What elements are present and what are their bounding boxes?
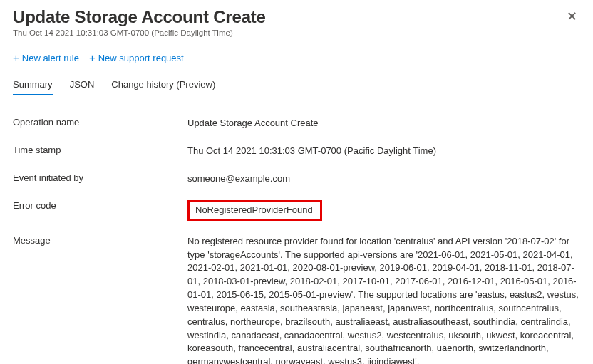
- message-label: Message: [13, 235, 187, 246]
- tab-change-history[interactable]: Change history (Preview): [111, 79, 215, 95]
- page-timestamp: Thu Oct 14 2021 10:31:03 GMT-0700 (Pacif…: [13, 28, 266, 37]
- error-code-label: Error code: [13, 200, 187, 211]
- plus-icon: +: [89, 52, 96, 63]
- operation-name-label: Operation name: [13, 117, 187, 128]
- event-initiated-by-value: someone@example.com: [187, 172, 580, 186]
- message-value: No registered resource provider found fo…: [187, 235, 580, 364]
- tab-summary[interactable]: Summary: [13, 79, 53, 95]
- operation-name-value: Update Storage Account Create: [187, 117, 580, 130]
- tab-json[interactable]: JSON: [70, 79, 95, 95]
- plus-icon: +: [13, 52, 19, 63]
- new-alert-rule-button[interactable]: + New alert rule: [13, 53, 79, 63]
- close-icon[interactable]: ✕: [564, 7, 580, 26]
- event-initiated-by-label: Event initiated by: [13, 172, 187, 183]
- new-alert-rule-label: New alert rule: [22, 53, 79, 63]
- new-support-request-label: New support request: [98, 53, 184, 63]
- time-stamp-value: Thu Oct 14 2021 10:31:03 GMT-0700 (Pacif…: [187, 145, 580, 158]
- error-code-value: NoRegisteredProviderFound: [187, 200, 322, 221]
- new-support-request-button[interactable]: + New support request: [89, 53, 184, 63]
- time-stamp-label: Time stamp: [13, 145, 187, 155]
- page-title: Update Storage Account Create: [13, 7, 266, 27]
